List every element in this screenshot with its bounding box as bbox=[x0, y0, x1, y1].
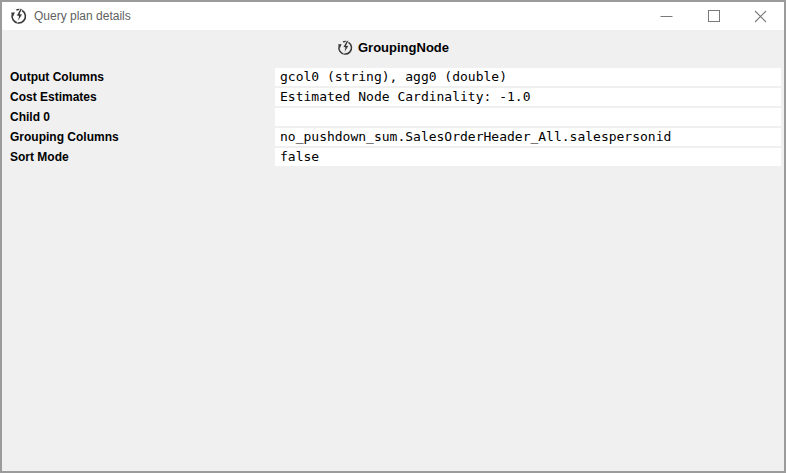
field-value[interactable] bbox=[275, 108, 781, 126]
detail-row: Output Columnsgcol0 (string), agg0 (doub… bbox=[4, 68, 782, 86]
field-label: Output Columns bbox=[4, 68, 275, 86]
dialog-content: GroupingNode Output Columnsgcol0 (string… bbox=[4, 32, 782, 469]
close-icon bbox=[754, 10, 767, 23]
minimize-button[interactable] bbox=[643, 2, 690, 30]
field-value[interactable]: no_pushdown_sum.SalesOrderHeader_All.sal… bbox=[275, 128, 781, 146]
field-list: Output Columnsgcol0 (string), agg0 (doub… bbox=[4, 68, 782, 166]
detail-row: Child 0 bbox=[4, 108, 782, 126]
node-title: GroupingNode bbox=[358, 40, 449, 56]
field-value[interactable]: gcol0 (string), agg0 (double) bbox=[275, 68, 781, 86]
field-label: Grouping Columns bbox=[4, 128, 275, 146]
detail-row: Grouping Columnsno_pushdown_sum.SalesOrd… bbox=[4, 128, 782, 146]
maximize-icon bbox=[708, 10, 720, 22]
plan-node-flash-icon bbox=[10, 8, 27, 25]
detail-row: Sort Modefalse bbox=[4, 148, 782, 166]
field-label: Cost Estimates bbox=[4, 88, 275, 106]
window-title: Query plan details bbox=[34, 9, 131, 23]
maximize-button[interactable] bbox=[690, 2, 737, 30]
query-plan-details-window: Query plan details bbox=[0, 0, 786, 473]
node-type-icon bbox=[337, 40, 353, 56]
field-label: Child 0 bbox=[4, 108, 275, 126]
titlebar[interactable]: Query plan details bbox=[2, 2, 784, 30]
node-header: GroupingNode bbox=[4, 40, 782, 56]
detail-row: Cost EstimatesEstimated Node Cardinality… bbox=[4, 88, 782, 106]
close-button[interactable] bbox=[737, 2, 784, 30]
field-value[interactable]: false bbox=[275, 148, 781, 166]
minimize-icon bbox=[660, 10, 673, 23]
window-controls bbox=[643, 2, 784, 30]
field-label: Sort Mode bbox=[4, 148, 275, 166]
field-value[interactable]: Estimated Node Cardinality: -1.0 bbox=[275, 88, 781, 106]
